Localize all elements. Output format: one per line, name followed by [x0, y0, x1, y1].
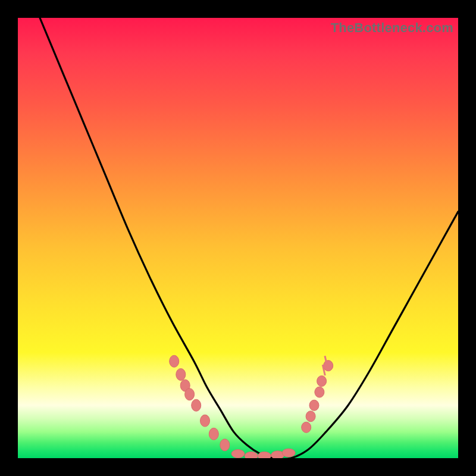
marker-group — [170, 355, 333, 458]
marker-dot — [324, 361, 333, 371]
marker-dot — [170, 355, 179, 367]
marker-dot — [282, 449, 295, 457]
marker-dot — [185, 389, 195, 400]
marker-dot — [317, 376, 327, 387]
marker-dot — [306, 411, 315, 422]
marker-dot — [245, 452, 258, 458]
plot-area: TheBottleneck.com — [18, 18, 458, 458]
marker-dot — [192, 399, 201, 411]
curve-layer — [18, 18, 458, 458]
marker-dot — [201, 415, 210, 427]
marker-dot — [231, 450, 245, 458]
marker-dot — [315, 387, 324, 397]
bottleneck-curve — [40, 18, 458, 458]
marker-dot — [302, 422, 311, 433]
marker-dot — [309, 400, 319, 411]
marker-dot — [258, 452, 271, 458]
chart-frame: TheBottleneck.com — [0, 0, 476, 476]
marker-dot — [209, 428, 218, 440]
marker-dot — [176, 368, 186, 380]
marker-dot — [220, 439, 230, 451]
